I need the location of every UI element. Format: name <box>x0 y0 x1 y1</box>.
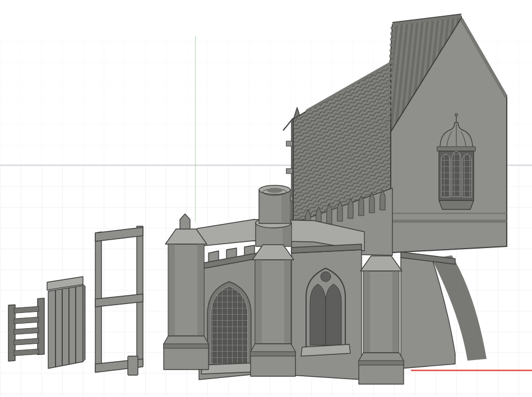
tower-left <box>164 229 209 370</box>
oriel-cornice <box>437 147 475 151</box>
tower-base-band <box>251 352 295 356</box>
part-crate[interactable] <box>47 277 85 368</box>
tower-facet-shade <box>197 244 204 336</box>
crate-side <box>83 284 85 362</box>
chimney-upper-opening <box>267 188 283 193</box>
chimneys <box>256 185 292 246</box>
crate-body <box>48 286 83 368</box>
tower-facet-shade <box>284 260 291 344</box>
tower-facet-shade <box>255 260 262 344</box>
part-ladder[interactable] <box>8 298 44 361</box>
window-center-lancet-left <box>310 284 326 345</box>
tower-facet-shade <box>168 244 175 336</box>
tower-mid <box>251 245 295 376</box>
window-center-quatrefoil <box>321 272 331 282</box>
oriel-base <box>439 200 474 209</box>
tower-base <box>359 353 404 384</box>
oriel-finial-ball <box>455 114 458 116</box>
stair-tower-ledge <box>286 141 293 146</box>
tower-base <box>251 344 295 376</box>
tower-base <box>164 336 209 370</box>
tower-facet-shade <box>392 271 399 353</box>
tower-right <box>359 256 404 384</box>
cad-viewport[interactable] <box>0 0 532 397</box>
chimney-upper-shade <box>281 190 290 223</box>
window-center-lancet-right <box>326 284 341 345</box>
scene-svg <box>0 0 532 397</box>
window-left-glass <box>211 286 248 365</box>
tower-base-band <box>164 344 209 348</box>
tower-facet-shade <box>363 271 370 353</box>
oriel-glass-right <box>462 154 471 197</box>
oriel-glass-left <box>441 154 450 197</box>
stair-tower-ledge <box>286 169 293 174</box>
window-left-sill <box>201 363 257 374</box>
tower-base-band <box>359 361 404 365</box>
frame-foot <box>128 356 138 375</box>
oriel-glass-center <box>452 151 461 197</box>
